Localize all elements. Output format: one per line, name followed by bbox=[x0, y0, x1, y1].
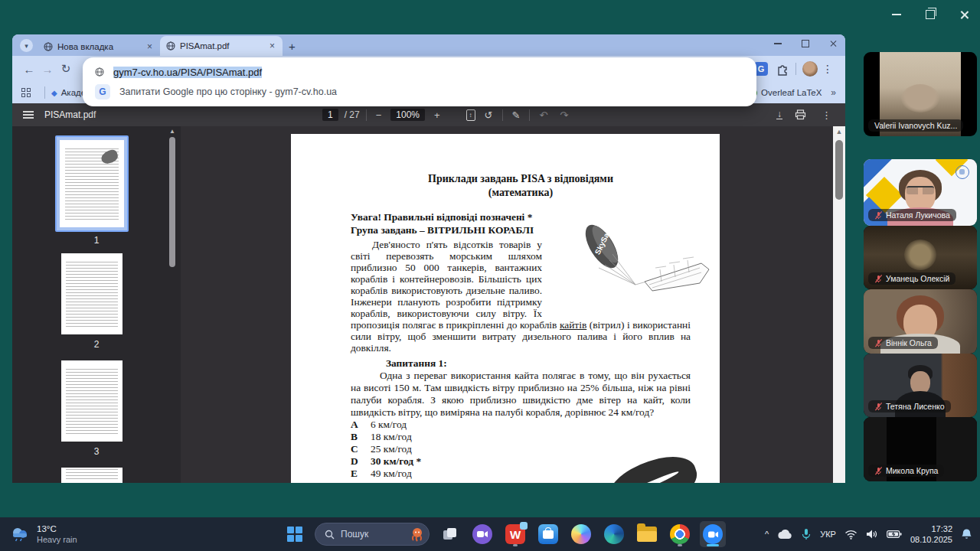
participant-tile-valerii[interactable]: Valerii Ivanovych Kuz... bbox=[864, 52, 977, 136]
browser-restore-button[interactable] bbox=[799, 37, 812, 50]
task-view-icon bbox=[441, 526, 458, 543]
participant-tile-lysenko[interactable]: Тетяна Лисенко bbox=[864, 354, 977, 417]
new-tab-button[interactable]: + bbox=[289, 40, 296, 53]
edge-button[interactable] bbox=[601, 521, 627, 547]
microphone-tray-icon[interactable] bbox=[801, 528, 812, 540]
wps-office-button[interactable]: W bbox=[502, 521, 528, 547]
tab-close-icon[interactable]: × bbox=[268, 41, 276, 51]
zoom-out-button[interactable]: − bbox=[373, 109, 385, 121]
omnibox-url-row[interactable]: gym7-cv.ho.ua/PISA/PISAmat.pdf bbox=[83, 62, 756, 82]
thumbnail-scrollbar[interactable]: ▲ bbox=[168, 128, 176, 481]
onedrive-cloud-icon[interactable] bbox=[777, 529, 792, 540]
zoom-in-button[interactable]: + bbox=[431, 109, 443, 121]
notifications-bell-icon[interactable] bbox=[961, 528, 972, 540]
clock-date: 08.10.2025 bbox=[910, 534, 952, 545]
weather-rain-icon bbox=[9, 525, 31, 543]
rotate-button[interactable]: ↺ bbox=[482, 109, 496, 121]
system-tray: ^ УКР 17:32 08.10.2025 bbox=[765, 517, 972, 551]
participant-name-label: Наталя Лукичова bbox=[868, 209, 956, 221]
thumbnail-page-4-partial[interactable] bbox=[61, 468, 122, 483]
option-letter: C bbox=[351, 443, 371, 455]
bookmark-favicon-diamond-icon: ◆ bbox=[51, 89, 57, 97]
microsoft-store-button[interactable] bbox=[535, 521, 561, 547]
tab-search-button[interactable]: ▾ bbox=[20, 39, 33, 52]
task-view-button[interactable] bbox=[436, 521, 462, 547]
annotate-pen-button[interactable]: ✎ bbox=[509, 109, 524, 121]
wifi-icon[interactable] bbox=[844, 530, 858, 540]
fit-page-button[interactable]: ↕ bbox=[466, 109, 475, 121]
redo-button[interactable]: ↷ bbox=[557, 109, 571, 121]
refresh-button[interactable]: ↻ bbox=[57, 62, 75, 76]
bookmark-item-overleaf[interactable]: Overleaf LaTeX bbox=[747, 88, 822, 98]
weather-temperature: 13°C bbox=[37, 523, 77, 534]
scroll-up-arrow-icon[interactable]: ▲ bbox=[168, 128, 176, 135]
school-logo bbox=[956, 165, 969, 179]
taskbar-weather-widget[interactable]: 13°C Heavy rain bbox=[9, 523, 77, 545]
tab-close-icon[interactable]: × bbox=[145, 41, 154, 52]
divider bbox=[366, 109, 367, 121]
scrollbar-thumb[interactable] bbox=[835, 140, 843, 200]
globe-icon bbox=[44, 42, 53, 51]
apps-grid-icon[interactable] bbox=[21, 88, 31, 97]
pdf-content-area: 1 2 3 ▲ Приклади завдань bbox=[12, 126, 845, 483]
profile-avatar[interactable] bbox=[802, 61, 818, 77]
browser-minimize-button[interactable] bbox=[772, 37, 784, 50]
zoom-app-button[interactable] bbox=[700, 521, 726, 547]
thumbnail-page-1-selected[interactable] bbox=[55, 135, 129, 232]
participant-tile-umanets[interactable]: Уманець Олексій bbox=[864, 226, 977, 289]
tab-new-tab[interactable]: Нова вкладка × bbox=[38, 37, 160, 56]
thumbnail-page-3[interactable] bbox=[61, 360, 122, 442]
meeting-minimize-button[interactable] bbox=[888, 6, 905, 23]
page-total-label: / 27 bbox=[345, 109, 360, 120]
scroll-up-arrow-icon[interactable]: ▲ bbox=[833, 128, 845, 135]
meeting-window-controls bbox=[888, 6, 972, 23]
meeting-close-button[interactable] bbox=[956, 6, 972, 23]
forward-button[interactable]: → bbox=[38, 63, 57, 76]
thumbnail-label: 2 bbox=[12, 339, 181, 350]
language-indicator[interactable]: УКР bbox=[820, 530, 836, 539]
intro-paragraph: SkySails bbox=[351, 239, 691, 354]
participant-tile-vinnik[interactable]: Віннік Ольга bbox=[864, 289, 977, 354]
url-text-selected: gym7-cv.ho.ua/PISA/PISAmat.pdf bbox=[113, 67, 262, 78]
back-button[interactable]: ← bbox=[20, 63, 38, 76]
undo-button[interactable]: ↶ bbox=[536, 109, 550, 121]
taskbar-clock[interactable]: 17:32 08.10.2025 bbox=[910, 523, 952, 546]
volume-icon[interactable] bbox=[866, 529, 878, 540]
pdf-scrollbar[interactable]: ▲ bbox=[833, 126, 845, 483]
url-input[interactable]: gym7-cv.ho.ua/PISA/PISAmat.pdf bbox=[113, 67, 262, 78]
participant-name: Микола Крупа bbox=[886, 466, 938, 475]
chrome-icon bbox=[670, 524, 690, 544]
browser-menu-button[interactable]: ⋮ bbox=[818, 63, 838, 75]
hidden-icons-chevron[interactable]: ^ bbox=[765, 530, 769, 539]
zoom-level-input[interactable]: 100% bbox=[390, 109, 425, 121]
scrollbar-thumb[interactable] bbox=[169, 137, 175, 267]
globe-icon bbox=[95, 67, 104, 77]
taskbar-search-box[interactable]: Пошук bbox=[315, 523, 430, 546]
video-app-button[interactable] bbox=[469, 521, 495, 547]
copilot-button[interactable] bbox=[568, 521, 594, 547]
pdf-more-button[interactable]: ⋮ bbox=[818, 109, 835, 121]
browser-close-button[interactable] bbox=[827, 37, 839, 50]
start-button[interactable] bbox=[282, 521, 308, 547]
print-button[interactable] bbox=[795, 109, 806, 120]
file-explorer-button[interactable] bbox=[634, 521, 660, 547]
omnibox-suggestion-row[interactable]: G Запитати Google про цю сторінку - gym7… bbox=[83, 82, 756, 102]
chrome-button[interactable] bbox=[667, 521, 693, 547]
participant-name-label: Valerii Ivanovych Kuz... bbox=[868, 119, 963, 132]
page-number-input[interactable]: 1 bbox=[322, 109, 338, 121]
pdf-menu-icon[interactable] bbox=[23, 111, 34, 119]
participant-tile-krupa[interactable]: Микола Крупа bbox=[864, 417, 977, 481]
bookmark-label: Overleaf LaTeX bbox=[761, 88, 822, 97]
thumbnail-page-2[interactable] bbox=[61, 253, 122, 334]
bookmarks-overflow-chevron[interactable]: » bbox=[831, 87, 836, 98]
download-button[interactable]: ↓ bbox=[776, 110, 782, 119]
meeting-restore-button[interactable] bbox=[922, 6, 939, 23]
battery-charging-icon[interactable] bbox=[887, 530, 902, 539]
option-text: 18 км/год bbox=[371, 431, 412, 443]
extensions-puzzle-icon[interactable] bbox=[776, 62, 789, 76]
participant-name: Тетяна Лисенко bbox=[886, 402, 945, 411]
zoom-meeting-window: ▾ Нова вкладка × PISAmat.pdf × + ← → ↻ bbox=[0, 0, 980, 551]
participant-tile-natalia[interactable]: Наталя Лукичова bbox=[864, 159, 977, 226]
tab-pisamat-pdf[interactable]: PISAmat.pdf × bbox=[160, 36, 283, 56]
clock-time: 17:32 bbox=[910, 523, 952, 534]
